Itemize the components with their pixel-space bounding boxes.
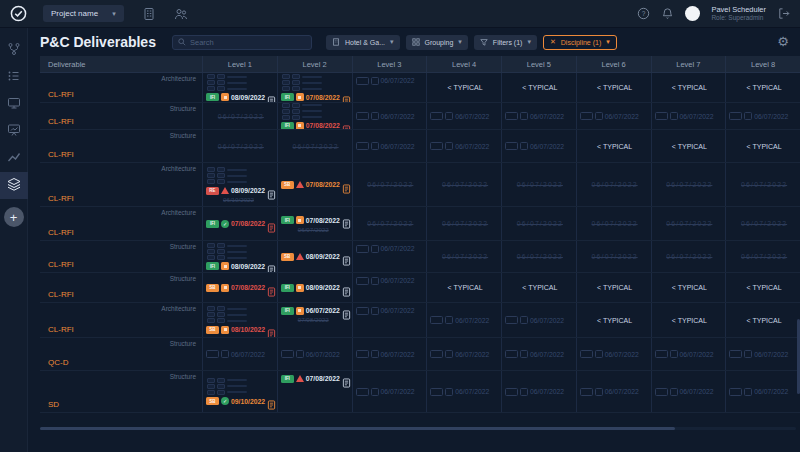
- level-cell[interactable]: 06/07/2022: [651, 163, 726, 206]
- level-cell[interactable]: 06/07/2022: [352, 303, 427, 337]
- document-icon[interactable]: [267, 261, 276, 271]
- help-icon[interactable]: ?: [637, 7, 650, 20]
- submittal-entry[interactable]: IFI08/09/2022: [281, 282, 351, 293]
- deliverable-name[interactable]: CL-RFI: [48, 260, 196, 269]
- level-cell[interactable]: 06/07/2022: [202, 130, 277, 162]
- level-cell[interactable]: < TYPICAL: [576, 73, 651, 102]
- level-cell[interactable]: IFI08/09/2022: [202, 241, 277, 272]
- level-cell[interactable]: 06/07/2022: [426, 130, 501, 162]
- level-cell[interactable]: 06/07/2022: [501, 303, 576, 337]
- level-cell[interactable]: IFI06/07/202207/08/2022: [277, 303, 352, 337]
- search-input[interactable]: [190, 38, 306, 47]
- level-cell[interactable]: 06/07/2022: [576, 103, 651, 129]
- level-cell[interactable]: 06/07/2022: [576, 371, 651, 412]
- sidebar-item-chart[interactable]: [0, 145, 28, 172]
- level-cell[interactable]: 06/07/2022: [651, 241, 726, 272]
- document-icon[interactable]: [342, 252, 351, 262]
- level-cell[interactable]: 06/07/2022: [352, 241, 427, 272]
- level-cell[interactable]: 06/07/2022: [576, 338, 651, 370]
- level-cell[interactable]: 06/07/2022: [501, 163, 576, 206]
- horizontal-scrollbar-thumb[interactable]: [40, 427, 675, 430]
- level-cell[interactable]: 06/07/2022: [426, 371, 501, 412]
- sidebar-item-presentation[interactable]: [0, 118, 28, 145]
- level-cell[interactable]: 06/07/2022: [426, 338, 501, 370]
- gear-icon[interactable]: ⚙: [776, 35, 790, 49]
- level-cell[interactable]: IFI07/08/2022: [277, 371, 352, 412]
- level-cell[interactable]: 06/07/2022: [501, 371, 576, 412]
- submittal-entry[interactable]: IFI07/08/2022: [281, 215, 351, 226]
- submittal-entry[interactable]: IFI✓07/08/2022: [206, 218, 276, 229]
- document-icon[interactable]: [267, 396, 276, 406]
- level-cell[interactable]: < TYPICAL: [725, 273, 800, 302]
- deliverable-name[interactable]: CL-RFI: [48, 228, 196, 237]
- document-icon[interactable]: [267, 283, 276, 293]
- sidebar-item-workflow[interactable]: [0, 37, 28, 64]
- level-cell[interactable]: IFI08/09/2022: [277, 273, 352, 302]
- horizontal-scrollbar[interactable]: [40, 427, 796, 430]
- level-cell[interactable]: 06/07/2022: [725, 207, 800, 240]
- level-cell[interactable]: 06/07/2022: [725, 163, 800, 206]
- deliverable-name[interactable]: CL-RFI: [48, 117, 196, 126]
- level-cell[interactable]: < TYPICAL: [576, 130, 651, 162]
- company-icon[interactable]: [142, 7, 156, 21]
- level-cell[interactable]: IFI07/08/2022: [277, 73, 352, 102]
- team-icon[interactable]: [174, 7, 188, 21]
- level-cell[interactable]: 06/07/2022: [202, 103, 277, 129]
- level-cell[interactable]: < TYPICAL: [651, 273, 726, 302]
- level-cell[interactable]: SB08/09/2022: [277, 241, 352, 272]
- level-cell[interactable]: 06/07/2022: [352, 130, 427, 162]
- deliverable-name[interactable]: QC-D: [48, 358, 196, 367]
- level-cell[interactable]: < TYPICAL: [651, 303, 726, 337]
- submittal-entry[interactable]: IFI06/07/2022: [281, 305, 351, 316]
- sidebar-item-list[interactable]: [0, 64, 28, 91]
- level-cell[interactable]: 06/07/2022: [651, 103, 726, 129]
- submittal-entry[interactable]: SB08/10/2022: [206, 324, 276, 335]
- deliverable-name[interactable]: CL-RFI: [48, 194, 196, 203]
- document-icon[interactable]: [267, 186, 276, 196]
- level-cell[interactable]: 06/07/2022: [576, 241, 651, 272]
- level-cell[interactable]: RE08/09/202206/10/2022: [202, 163, 277, 206]
- grouping-dropdown[interactable]: Grouping ▾: [406, 35, 468, 50]
- document-icon[interactable]: [342, 283, 351, 293]
- submittal-entry[interactable]: SB✓09/10/2022: [206, 396, 276, 407]
- submittal-entry[interactable]: RE08/09/2022: [206, 185, 276, 196]
- deliverable-name[interactable]: CL-RFI: [48, 290, 196, 299]
- level-cell[interactable]: SB07/08/2022: [202, 273, 277, 302]
- deliverable-name[interactable]: CL-RFI: [48, 150, 196, 159]
- level-cell[interactable]: < TYPICAL: [651, 73, 726, 102]
- level-cell[interactable]: IFI07/08/2022: [277, 103, 352, 129]
- level-cell[interactable]: IFI✓07/08/2022: [202, 207, 277, 240]
- level-cell[interactable]: 06/07/2022: [202, 338, 277, 370]
- submittal-entry[interactable]: IFI08/09/2022: [206, 92, 276, 102]
- level-cell[interactable]: SB07/08/2022: [277, 163, 352, 206]
- document-icon[interactable]: [342, 215, 351, 225]
- level-cell[interactable]: < TYPICAL: [501, 73, 576, 102]
- close-icon[interactable]: ✕: [550, 38, 556, 46]
- level-cell[interactable]: 06/07/2022: [426, 207, 501, 240]
- document-icon[interactable]: [267, 219, 276, 229]
- level-cell[interactable]: 06/07/2022: [352, 371, 427, 412]
- level-cell[interactable]: 06/07/2022: [725, 241, 800, 272]
- level-cell[interactable]: 06/07/2022: [352, 163, 427, 206]
- level-cell[interactable]: SB✓09/10/2022: [202, 371, 277, 412]
- level-cell[interactable]: 06/07/2022: [426, 163, 501, 206]
- level-cell[interactable]: 06/07/2022: [426, 303, 501, 337]
- level-cell[interactable]: 06/07/2022: [501, 207, 576, 240]
- document-icon[interactable]: [267, 325, 276, 335]
- sidebar-item-layers[interactable]: [0, 172, 28, 199]
- level-cell[interactable]: < TYPICAL: [501, 273, 576, 302]
- level-cell[interactable]: 06/07/2022: [651, 338, 726, 370]
- document-icon[interactable]: [342, 306, 351, 316]
- level-cell[interactable]: 06/07/2022: [426, 103, 501, 129]
- submittal-entry[interactable]: IFI07/08/2022: [281, 373, 351, 384]
- level-cell[interactable]: 06/07/2022: [501, 338, 576, 370]
- document-icon[interactable]: [342, 92, 351, 102]
- submittal-entry[interactable]: SB08/09/2022: [281, 251, 351, 262]
- level-cell[interactable]: 06/07/2022: [725, 103, 800, 129]
- submittal-entry[interactable]: IFI07/08/2022: [281, 121, 351, 130]
- level-cell[interactable]: 06/07/2022: [352, 273, 427, 302]
- submittal-entry[interactable]: SB07/08/2022: [206, 282, 276, 293]
- level-cell[interactable]: < TYPICAL: [426, 273, 501, 302]
- discipline-filter-chip[interactable]: ✕ Discipline (1) ▾: [543, 35, 617, 50]
- level-cell[interactable]: 06/07/2022: [352, 103, 427, 129]
